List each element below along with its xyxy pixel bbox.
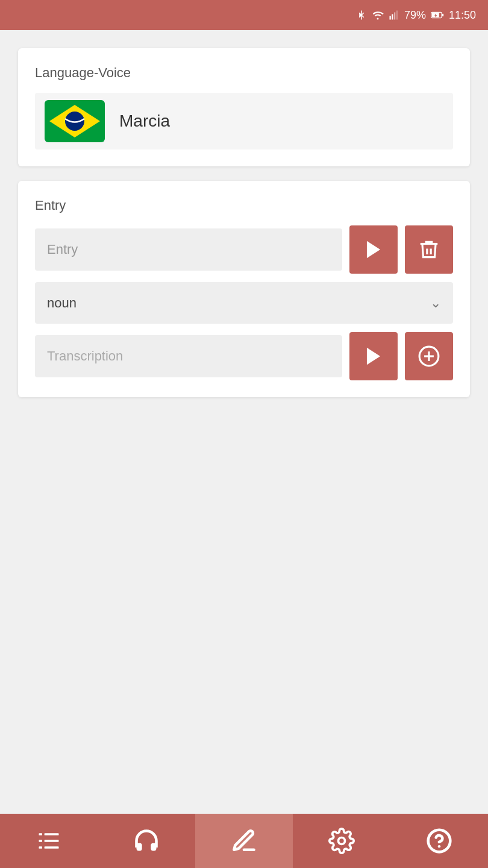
- delete-entry-button[interactable]: [405, 225, 453, 274]
- wifi-icon: [372, 10, 384, 20]
- voice-name: Marcia: [119, 112, 170, 131]
- list-icon: [36, 828, 62, 854]
- svg-rect-3: [394, 13, 395, 20]
- edit-icon: [231, 828, 257, 854]
- help-icon: [426, 828, 452, 854]
- language-voice-title: Language-Voice: [35, 65, 453, 81]
- svg-rect-2: [392, 14, 393, 20]
- svg-rect-16: [39, 833, 43, 835]
- entry-input[interactable]: [35, 228, 342, 271]
- svg-point-24: [438, 845, 440, 848]
- language-row: Marcia: [35, 93, 453, 149]
- svg-rect-18: [39, 840, 43, 842]
- nav-list-button[interactable]: [0, 814, 98, 868]
- brazil-flag: [45, 100, 105, 142]
- svg-point-22: [339, 838, 345, 844]
- play-transcription-button[interactable]: [349, 332, 398, 380]
- add-transcription-button[interactable]: [405, 332, 453, 380]
- transcription-input[interactable]: [35, 335, 342, 377]
- svg-marker-11: [367, 241, 380, 259]
- bluetooth-icon: [356, 10, 367, 20]
- trash-icon: [418, 238, 440, 261]
- time-text: 11:50: [449, 9, 476, 22]
- entry-card-title: Entry: [35, 198, 453, 213]
- gear-icon: [328, 828, 355, 854]
- play-icon: [362, 238, 385, 261]
- svg-rect-20: [39, 846, 43, 849]
- nav-settings-button[interactable]: [293, 814, 390, 868]
- svg-rect-21: [45, 846, 59, 849]
- language-voice-card: Language-Voice Marcia: [18, 48, 470, 166]
- svg-rect-19: [45, 840, 59, 842]
- nav-help-button[interactable]: [390, 814, 488, 868]
- add-circle-icon: [418, 345, 440, 368]
- svg-point-0: [377, 18, 378, 20]
- status-icons: 79% 11:50: [356, 9, 476, 22]
- play-entry-button[interactable]: [349, 225, 398, 274]
- play-transcription-icon: [362, 345, 385, 368]
- pos-select[interactable]: noun verb adjective adverb pronoun prepo…: [35, 282, 453, 324]
- signal-icon: [389, 10, 399, 20]
- svg-rect-17: [45, 833, 59, 835]
- nav-edit-button[interactable]: [195, 814, 293, 868]
- svg-rect-4: [396, 11, 398, 20]
- pos-dropdown-row: noun verb adjective adverb pronoun prepo…: [35, 282, 453, 324]
- entry-card: Entry noun: [18, 181, 470, 397]
- status-bar: 79% 11:50: [0, 0, 488, 30]
- nav-audio-button[interactable]: [98, 814, 195, 868]
- bottom-nav: [0, 814, 488, 868]
- pos-dropdown-wrapper: noun verb adjective adverb pronoun prepo…: [35, 282, 453, 324]
- main-content: Language-Voice Marcia Entry: [0, 30, 488, 814]
- svg-rect-1: [389, 16, 390, 20]
- transcription-row: [35, 332, 453, 380]
- headphones-icon: [133, 828, 160, 854]
- svg-marker-12: [367, 348, 380, 365]
- battery-icon: [431, 10, 444, 20]
- svg-rect-7: [442, 14, 443, 17]
- entry-input-row: [35, 225, 453, 274]
- battery-text: 79%: [404, 9, 426, 22]
